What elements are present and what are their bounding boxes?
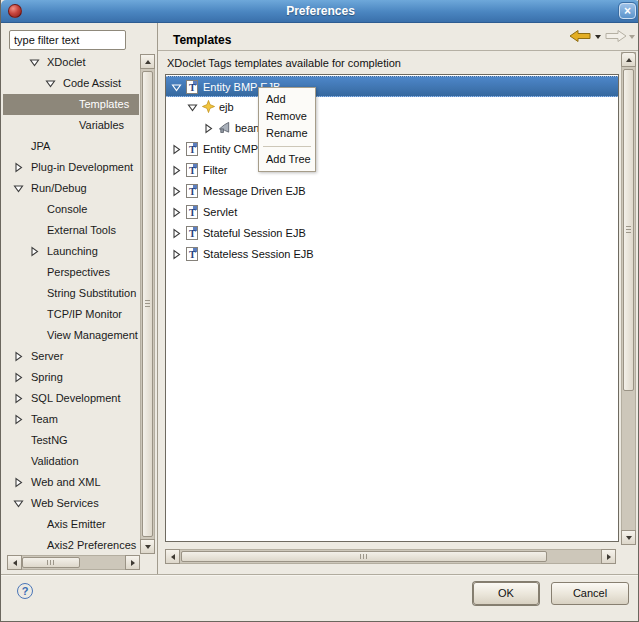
tree-item-entity-cmp-ejb[interactable]: TEntity CMP EJB: [166, 139, 618, 160]
tree-item-message-driven-ejb[interactable]: TMessage Driven EJB: [166, 181, 618, 202]
sidebar-item-axis-emitter[interactable]: Axis Emitter: [3, 514, 139, 535]
expander-collapsed-icon[interactable]: [13, 351, 24, 362]
sidebar-item-string-substitution[interactable]: String Substitution: [3, 283, 139, 304]
expander-collapsed-icon[interactable]: [13, 372, 24, 383]
sidebar-item-templates[interactable]: Templates: [3, 94, 139, 115]
page-title: Templates: [173, 33, 231, 47]
expander-expanded-icon[interactable]: [29, 57, 40, 68]
sidebar-item-label: View Management: [47, 325, 138, 346]
expander-collapsed-icon[interactable]: [13, 393, 24, 404]
help-icon[interactable]: ?: [17, 583, 33, 599]
sidebar-item-team[interactable]: Team: [3, 409, 139, 430]
sidebar-item-label: Web and XML: [31, 472, 101, 493]
sidebar-item-plug-in-development[interactable]: Plug-in Development: [3, 157, 139, 178]
scroll-up-icon[interactable]: [621, 52, 636, 67]
menu-item-add[interactable]: Add: [259, 91, 315, 108]
expander-collapsed-icon[interactable]: [13, 162, 24, 173]
tree-item-ejb[interactable]: ejb: [166, 97, 618, 118]
menu-item-remove[interactable]: Remove: [259, 108, 315, 125]
sidebar-item-console[interactable]: Console: [3, 199, 139, 220]
expander-collapsed-icon[interactable]: [171, 186, 182, 197]
sidebar-item-view-management[interactable]: View Management: [3, 325, 139, 346]
expander-expanded-icon[interactable]: [13, 183, 24, 194]
cancel-button[interactable]: Cancel: [551, 582, 629, 605]
sidebar-item-validation[interactable]: Validation: [3, 451, 139, 472]
expander-collapsed-icon[interactable]: [13, 414, 24, 425]
menu-item-rename[interactable]: Rename: [259, 125, 315, 142]
filter-input[interactable]: [9, 30, 126, 50]
window-title: Preferences: [1, 4, 639, 18]
scroll-right-icon[interactable]: [601, 549, 616, 564]
tree-item-stateless-session-ejb[interactable]: TStateless Session EJB: [166, 244, 618, 265]
expander-expanded-icon[interactable]: [187, 102, 198, 113]
sidebar-item-variables[interactable]: Variables: [3, 115, 139, 136]
sidebar-item-external-tools[interactable]: External Tools: [3, 220, 139, 241]
sidebar-item-label: Variables: [79, 115, 124, 136]
sidebar-horizontal-scrollbar[interactable]: [7, 555, 140, 570]
scroll-left-icon[interactable]: [7, 555, 22, 570]
scroll-up-icon[interactable]: [140, 54, 155, 69]
expander-collapsed-icon[interactable]: [203, 123, 214, 134]
title-bar[interactable]: Preferences ×: [1, 0, 639, 23]
expander-collapsed-icon[interactable]: [171, 165, 182, 176]
sidebar-item-axis2-preferences[interactable]: Axis2 Preferences: [3, 535, 139, 555]
close-icon[interactable]: ×: [619, 3, 636, 19]
expander-collapsed-icon[interactable]: [171, 207, 182, 218]
sidebar-item-label: SQL Development: [31, 388, 120, 409]
back-arrow-icon[interactable]: [569, 29, 601, 44]
scroll-right-icon[interactable]: [125, 555, 140, 570]
tree-item-label: bean: [235, 118, 259, 139]
sidebar-item-xdoclet[interactable]: XDoclet: [3, 52, 139, 73]
sidebar-vertical-scrollbar[interactable]: [140, 54, 155, 554]
sidebar-item-testng[interactable]: TestNG: [3, 430, 139, 451]
sidebar-item-jpa[interactable]: JPA: [3, 136, 139, 157]
tree-item-bean[interactable]: bean: [166, 118, 618, 139]
ok-button[interactable]: OK: [473, 582, 539, 605]
sidebar-item-perspectives[interactable]: Perspectives: [3, 262, 139, 283]
tree-item-servlet[interactable]: TServlet: [166, 202, 618, 223]
description-label: XDoclet Tags templates available for com…: [167, 57, 401, 69]
tree-horizontal-scrollbar[interactable]: [165, 549, 616, 564]
sidebar-item-web-and-xml[interactable]: Web and XML: [3, 472, 139, 493]
template-icon: T: [186, 205, 198, 219]
tree-item-label: ejb: [219, 97, 234, 118]
sidebar-item-code-assist[interactable]: Code Assist: [3, 73, 139, 94]
sidebar-item-server[interactable]: Server: [3, 346, 139, 367]
scroll-left-icon[interactable]: [165, 549, 180, 564]
sidebar-hscroll-thumb[interactable]: [22, 557, 80, 568]
expander-collapsed-icon[interactable]: [171, 144, 182, 155]
template-icon: T: [186, 226, 198, 240]
tree-hscroll-thumb[interactable]: [181, 551, 547, 562]
expander-expanded-icon[interactable]: [13, 498, 24, 509]
sidebar-vscroll-thumb[interactable]: [142, 71, 153, 537]
forward-arrow-icon[interactable]: [605, 29, 635, 44]
expander-collapsed-icon[interactable]: [171, 228, 182, 239]
tree-item-label: Stateless Session EJB: [203, 244, 314, 265]
sidebar-item-label: Axis2 Preferences: [47, 535, 136, 555]
tree-item-filter[interactable]: TFilter: [166, 160, 618, 181]
sidebar-item-web-services[interactable]: Web Services: [3, 493, 139, 514]
menu-item-add-tree[interactable]: Add Tree: [259, 151, 315, 168]
tree-vertical-scrollbar[interactable]: [621, 52, 636, 545]
expander-expanded-icon[interactable]: [45, 78, 56, 89]
tree-item-label: Stateful Session EJB: [203, 223, 306, 244]
sidebar-item-run-debug[interactable]: Run/Debug: [3, 178, 139, 199]
sidebar-item-label: String Substitution: [47, 283, 136, 304]
sidebar-item-label: JPA: [31, 136, 50, 157]
scroll-down-icon[interactable]: [140, 539, 155, 554]
sidebar-item-spring[interactable]: Spring: [3, 367, 139, 388]
expander-collapsed-icon[interactable]: [13, 477, 24, 488]
template-icon: T: [186, 247, 198, 261]
scroll-down-icon[interactable]: [621, 530, 636, 545]
tree-vscroll-thumb[interactable]: [623, 69, 634, 391]
expander-expanded-icon[interactable]: [171, 82, 182, 93]
sidebar-item-sql-development[interactable]: SQL Development: [3, 388, 139, 409]
sidebar-item-launching[interactable]: Launching: [3, 241, 139, 262]
expander-collapsed-icon[interactable]: [171, 249, 182, 260]
tree-item-stateful-session-ejb[interactable]: TStateful Session EJB: [166, 223, 618, 244]
sidebar-item-label: Code Assist: [63, 73, 121, 94]
panel-divider[interactable]: [157, 23, 158, 575]
expander-collapsed-icon[interactable]: [29, 246, 40, 257]
tree-item-entity-bmp-ejb[interactable]: TEntity BMP EJB: [166, 76, 618, 97]
sidebar-item-tcp-ip-monitor[interactable]: TCP/IP Monitor: [3, 304, 139, 325]
